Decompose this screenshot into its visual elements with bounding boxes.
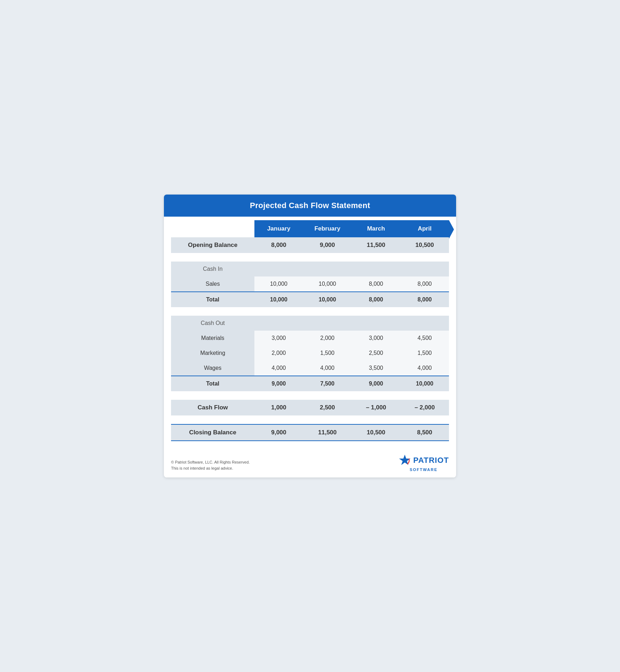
logo-sub: SOFTWARE: [410, 467, 438, 472]
opening-balance-apr: 10,500: [401, 237, 449, 253]
cash-in-total-row: Total 10,000 10,000 8,000 8,000: [171, 292, 449, 307]
cash-out-empty-mar: [352, 316, 401, 331]
sales-feb: 10,000: [303, 276, 352, 292]
footer-text: © Patriot Software, LLC. All Rights Rese…: [171, 459, 250, 472]
footer: © Patriot Software, LLC. All Rights Rese…: [164, 448, 456, 477]
closing-balance-row: Closing Balance 9,000 11,500 10,500 8,50…: [171, 424, 449, 441]
cash-out-total-apr: 10,000: [401, 376, 449, 391]
patriot-logo-icon: [398, 454, 411, 467]
cash-flow-row: Cash Flow 1,000 2,500 – 1,000 – 2,000: [171, 400, 449, 415]
footer-logo: PATRIOT SOFTWARE: [398, 454, 449, 472]
cash-flow-mar: – 1,000: [352, 400, 401, 415]
cash-in-empty-apr: [401, 262, 449, 276]
marketing-label: Marketing: [171, 346, 254, 361]
header-march: March: [352, 220, 401, 237]
closing-balance-feb: 11,500: [303, 424, 352, 441]
cash-in-section: Cash In: [171, 262, 449, 276]
footer-line1: © Patriot Software, LLC. All Rights Rese…: [171, 459, 250, 466]
opening-balance-jan: 8,000: [254, 237, 303, 253]
cash-out-section: Cash Out: [171, 316, 449, 331]
sales-apr: 8,000: [401, 276, 449, 292]
cash-out-total-feb: 7,500: [303, 376, 352, 391]
cash-out-empty-jan: [254, 316, 303, 331]
sales-mar: 8,000: [352, 276, 401, 292]
wages-jan: 4,000: [254, 361, 303, 376]
materials-feb: 2,000: [303, 331, 352, 346]
header-empty: [171, 220, 254, 237]
wages-row: Wages 4,000 4,000 3,500 4,000: [171, 361, 449, 376]
logo-brand: PATRIOT: [413, 456, 449, 464]
cash-flow-apr: – 2,000: [401, 400, 449, 415]
cash-in-total-jan: 10,000: [254, 292, 303, 307]
marketing-apr: 1,500: [401, 346, 449, 361]
marketing-mar: 2,500: [352, 346, 401, 361]
cash-out-total-jan: 9,000: [254, 376, 303, 391]
table-wrap: January February March April Opening Bal…: [164, 217, 456, 448]
cash-in-empty-feb: [303, 262, 352, 276]
cash-flow-label: Cash Flow: [171, 400, 254, 415]
cash-out-label: Cash Out: [171, 316, 254, 331]
cash-in-total-mar: 8,000: [352, 292, 401, 307]
wages-mar: 3,500: [352, 361, 401, 376]
opening-balance-feb: 9,000: [303, 237, 352, 253]
spacer-4: [171, 415, 449, 424]
cash-in-label: Cash In: [171, 262, 254, 276]
cash-flow-table: January February March April Opening Bal…: [171, 220, 449, 441]
wages-feb: 4,000: [303, 361, 352, 376]
footer-line2: This is not intended as legal advice.: [171, 465, 250, 472]
header-row: January February March April: [171, 220, 449, 237]
materials-mar: 3,000: [352, 331, 401, 346]
wages-label: Wages: [171, 361, 254, 376]
page-title: Projected Cash Flow Statement: [250, 201, 370, 210]
opening-balance-mar: 11,500: [352, 237, 401, 253]
cash-in-total-label: Total: [171, 292, 254, 307]
title-bar: Projected Cash Flow Statement: [164, 195, 456, 217]
marketing-feb: 1,500: [303, 346, 352, 361]
header-february: February: [303, 220, 352, 237]
opening-balance-row: Opening Balance 8,000 9,000 11,500 10,50…: [171, 237, 449, 253]
cash-out-total-row: Total 9,000 7,500 9,000 10,000: [171, 376, 449, 391]
sales-row: Sales 10,000 10,000 8,000 8,000: [171, 276, 449, 292]
header-january: January: [254, 220, 303, 237]
materials-label: Materials: [171, 331, 254, 346]
cash-in-total-apr: 8,000: [401, 292, 449, 307]
spacer-2: [171, 307, 449, 316]
marketing-row: Marketing 2,000 1,500 2,500 1,500: [171, 346, 449, 361]
cash-in-empty-mar: [352, 262, 401, 276]
cash-out-empty-apr: [401, 316, 449, 331]
materials-row: Materials 3,000 2,000 3,000 4,500: [171, 331, 449, 346]
cash-out-total-mar: 9,000: [352, 376, 401, 391]
spacer-1: [171, 253, 449, 262]
materials-jan: 3,000: [254, 331, 303, 346]
logo-top: PATRIOT: [398, 454, 449, 467]
cash-in-empty-jan: [254, 262, 303, 276]
opening-balance-label: Opening Balance: [171, 237, 254, 253]
cash-out-total-label: Total: [171, 376, 254, 391]
closing-balance-mar: 10,500: [352, 424, 401, 441]
closing-balance-apr: 8,500: [401, 424, 449, 441]
cash-flow-feb: 2,500: [303, 400, 352, 415]
sales-label: Sales: [171, 276, 254, 292]
cash-flow-jan: 1,000: [254, 400, 303, 415]
wages-apr: 4,000: [401, 361, 449, 376]
cash-out-empty-feb: [303, 316, 352, 331]
header-april: April: [401, 220, 449, 237]
closing-balance-label: Closing Balance: [171, 424, 254, 441]
cash-in-total-feb: 10,000: [303, 292, 352, 307]
materials-apr: 4,500: [401, 331, 449, 346]
sales-jan: 10,000: [254, 276, 303, 292]
spacer-3: [171, 391, 449, 400]
marketing-jan: 2,000: [254, 346, 303, 361]
card: Projected Cash Flow Statement January Fe…: [164, 195, 456, 477]
closing-balance-jan: 9,000: [254, 424, 303, 441]
